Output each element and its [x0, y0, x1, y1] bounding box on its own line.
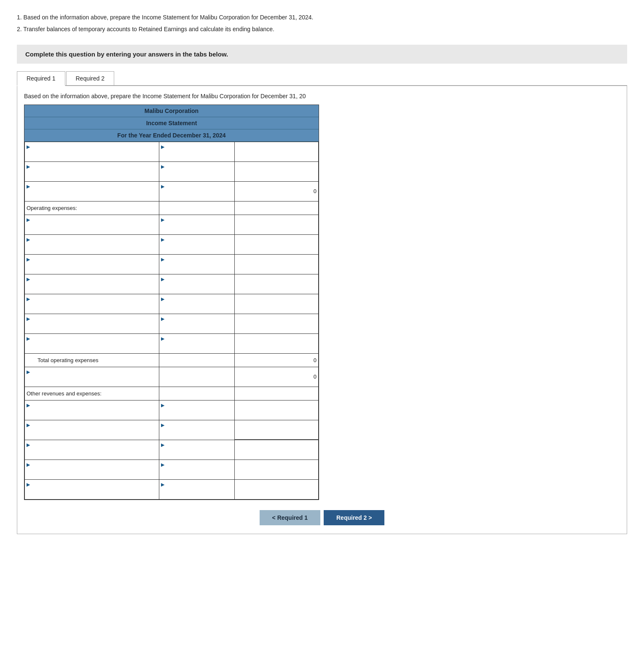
right-field-o3[interactable]: [236, 444, 317, 455]
tab-required-2[interactable]: Required 2: [66, 71, 115, 85]
mid-input-5[interactable]: ▶: [159, 234, 234, 254]
label-input-9[interactable]: ▶: [25, 314, 159, 333]
label-input-2[interactable]: ▶: [25, 161, 159, 181]
right-field-2[interactable]: [236, 166, 317, 177]
right-field-o2[interactable]: [236, 424, 317, 435]
label-field-10[interactable]: [27, 341, 157, 352]
label-field-1[interactable]: [27, 150, 157, 161]
right-field-8[interactable]: [236, 298, 317, 309]
tab-required-1[interactable]: Required 1: [17, 71, 65, 86]
right-field-10[interactable]: [236, 338, 317, 349]
label-field-7[interactable]: [27, 282, 157, 293]
right-field-o5[interactable]: [236, 484, 317, 495]
label-input-o3[interactable]: ▶: [25, 440, 159, 460]
right-input-10[interactable]: [234, 333, 318, 353]
label-input-8[interactable]: ▶: [25, 294, 159, 314]
right-field-o1[interactable]: [236, 405, 317, 416]
label-field-2[interactable]: [27, 169, 157, 180]
next-button[interactable]: Required 2 >: [324, 510, 384, 525]
right-input-o4[interactable]: [234, 460, 318, 479]
right-field-5[interactable]: [236, 239, 317, 250]
right-input-1[interactable]: [234, 142, 318, 161]
label-field-8[interactable]: [27, 302, 157, 313]
label-field-sub[interactable]: [27, 375, 157, 386]
right-input-o3[interactable]: [234, 440, 318, 460]
mid-input-1[interactable]: ▶: [159, 142, 234, 161]
mid-field-3[interactable]: [161, 189, 233, 200]
label-input-o5[interactable]: ▶: [25, 479, 159, 499]
mid-input-2[interactable]: ▶: [159, 161, 234, 181]
right-field-1[interactable]: [236, 146, 317, 157]
mid-input-o1[interactable]: ▶: [159, 400, 234, 420]
mid-input-10[interactable]: ▶: [159, 333, 234, 353]
right-input-8[interactable]: [234, 294, 318, 314]
right-input-4[interactable]: [234, 215, 318, 234]
mid-input-3[interactable]: ▶: [159, 181, 234, 201]
mid-input-9[interactable]: ▶: [159, 314, 234, 333]
mid-input-o3[interactable]: ▶: [159, 440, 234, 460]
right-input-o5[interactable]: [234, 479, 318, 499]
right-input-9[interactable]: [234, 314, 318, 333]
right-field-o4[interactable]: [236, 464, 317, 475]
label-input-7[interactable]: ▶: [25, 274, 159, 294]
mid-input-8[interactable]: ▶: [159, 294, 234, 314]
arrow-icon-m8: ▶: [161, 296, 164, 302]
mid-field-6[interactable]: [161, 262, 233, 273]
mid-field-10[interactable]: [161, 341, 233, 352]
label-field-9[interactable]: [27, 322, 157, 333]
right-input-o1[interactable]: [234, 400, 318, 420]
mid-field-o2[interactable]: [161, 428, 233, 439]
mid-input-o4[interactable]: ▶: [159, 460, 234, 479]
mid-field-4[interactable]: [161, 223, 233, 234]
label-input-o1[interactable]: ▶: [25, 400, 159, 420]
label-input-5[interactable]: ▶: [25, 234, 159, 254]
label-input-3[interactable]: ▶: [25, 181, 159, 201]
right-input-2[interactable]: [234, 161, 318, 181]
mid-field-9[interactable]: [161, 322, 233, 333]
mid-field-2[interactable]: [161, 169, 233, 180]
right-input-o2[interactable]: [234, 420, 318, 440]
label-input-1[interactable]: ▶: [25, 142, 159, 161]
label-input-4[interactable]: ▶: [25, 215, 159, 234]
label-input-6[interactable]: ▶: [25, 254, 159, 274]
label-field-3[interactable]: [27, 189, 157, 200]
mid-input-o5[interactable]: ▶: [159, 479, 234, 499]
mid-field-8[interactable]: [161, 302, 233, 313]
mid-input-7[interactable]: ▶: [159, 274, 234, 294]
right-op: [234, 201, 318, 215]
tab-content: Based on the information above, prepare …: [17, 86, 627, 534]
mid-field-o3[interactable]: [161, 448, 233, 459]
label-field-6[interactable]: [27, 262, 157, 273]
mid-input-o2[interactable]: ▶: [159, 420, 234, 440]
right-input-5[interactable]: [234, 234, 318, 254]
mid-field-o5[interactable]: [161, 487, 233, 498]
right-input-7[interactable]: [234, 274, 318, 294]
label-field-o4[interactable]: [27, 468, 157, 478]
prev-button[interactable]: < Required 1: [260, 510, 320, 525]
label-input-o4[interactable]: ▶: [25, 460, 159, 479]
mid-field-o1[interactable]: [161, 408, 233, 419]
right-field-6[interactable]: [236, 259, 317, 270]
label-input-sub[interactable]: ▶: [25, 367, 159, 387]
tab-description: Based on the information above, prepare …: [17, 93, 627, 105]
label-input-o2[interactable]: ▶: [25, 420, 159, 440]
right-field-9[interactable]: [236, 318, 317, 329]
arrow-icon-3: ▶: [27, 184, 30, 189]
mid-field-1[interactable]: [161, 150, 233, 161]
right-field-4[interactable]: [236, 219, 317, 230]
label-field-5[interactable]: [27, 242, 157, 253]
label-field-o1[interactable]: [27, 408, 157, 419]
right-input-6[interactable]: [234, 254, 318, 274]
mid-field-5[interactable]: [161, 242, 233, 253]
label-field-o2[interactable]: [27, 428, 157, 439]
mid-field-7[interactable]: [161, 282, 233, 293]
label-field-o5[interactable]: [27, 487, 157, 498]
mid-field-o4[interactable]: [161, 468, 233, 478]
mid-input-6[interactable]: ▶: [159, 254, 234, 274]
label-field-4[interactable]: [27, 223, 157, 234]
mid-input-4[interactable]: ▶: [159, 215, 234, 234]
label-field-o3[interactable]: [27, 448, 157, 459]
label-input-10[interactable]: ▶: [25, 333, 159, 353]
arrow-icon-m2: ▶: [161, 164, 164, 169]
right-field-7[interactable]: [236, 279, 317, 290]
